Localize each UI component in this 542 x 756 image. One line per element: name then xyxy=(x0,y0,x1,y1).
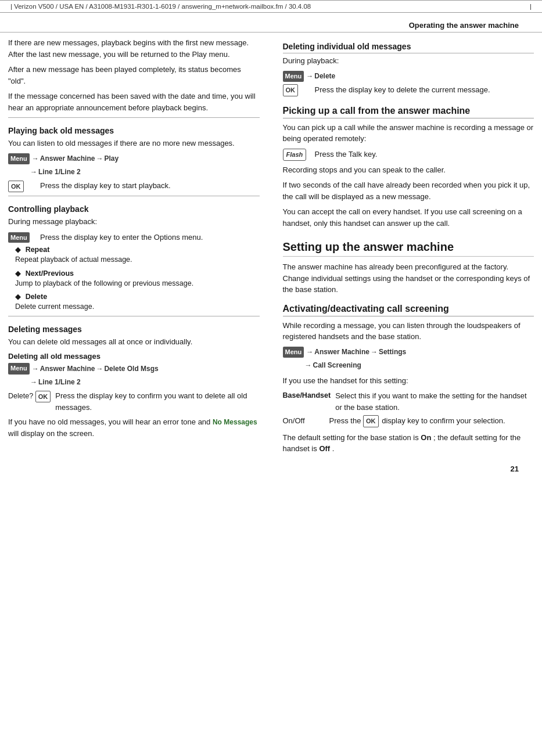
main-columns: If there are new messages, playback begi… xyxy=(0,37,542,459)
divider2 xyxy=(8,196,260,196)
bullet-delete-label: Delete xyxy=(26,293,48,301)
menu-line-act: Menu → Answer Machine → Settings xyxy=(283,347,534,358)
menu-line-act2: → Call Screening xyxy=(304,360,534,371)
answer-machine-label: Answer Machine xyxy=(40,153,95,164)
rhs-ok-desc: Press the display key to delete the curr… xyxy=(315,84,534,96)
rhs-ok-row: OK Press the display key to delete the c… xyxy=(283,84,534,96)
del-line-label: Line 1/Line 2 xyxy=(38,377,81,388)
act-call-label: Call Screening xyxy=(313,360,361,371)
menu-line-del2: → Line 1/Line 2 xyxy=(29,377,260,388)
bullet-repeat-label: Repeat xyxy=(26,246,50,254)
no-old-msg-para: If you have no old messages, you will he… xyxy=(8,416,260,439)
default-on-label: On xyxy=(421,433,431,442)
divider1 xyxy=(8,117,260,118)
rhs-del-menu-badge: Menu xyxy=(283,71,304,82)
page-wrapper: | Verizon V500 / USA EN / A31008-M1931-R… xyxy=(0,0,542,756)
delete-q-label: Delete? xyxy=(8,392,33,400)
setting-up-desc: The answer machine has already been prec… xyxy=(283,261,534,296)
del-answer-label: Answer Machine xyxy=(40,363,95,375)
picking-up-desc: You can pick up a call while the answer … xyxy=(283,122,534,145)
page-header: | Verizon V500 / USA EN / A31008-M1931-R… xyxy=(0,0,542,13)
bullet-next-label: Next/Previous xyxy=(26,269,74,278)
deleting-individual-heading: Deleting individual old messages xyxy=(283,42,534,53)
deleting-messages-heading: Deleting messages xyxy=(8,325,260,334)
activating-heading: Activating/deactivating call screening xyxy=(283,304,534,316)
act-answer-label: Answer Machine xyxy=(314,347,369,358)
menu-badge: Menu xyxy=(8,153,30,165)
base-handset-label: Base/Handset xyxy=(283,390,336,413)
default-para: The default setting for the base station… xyxy=(283,432,534,455)
no-messages-label: No Messages xyxy=(213,418,257,426)
setting-up-heading: Setting up the answer machine xyxy=(283,240,534,257)
on-off-label: On/Off xyxy=(283,415,329,427)
menu-line-play: Menu → Answer Machine → Play xyxy=(8,153,260,165)
left-column: If there are new messages, playback begi… xyxy=(8,37,263,459)
menu-badge-ctrl: Menu xyxy=(8,232,30,243)
bullet-next: ◆ Next/Previous xyxy=(15,269,260,278)
para3: If the message concerned has been saved … xyxy=(8,91,260,113)
playing-back-old-desc: You can listen to old messages if there … xyxy=(8,138,260,149)
del-delete-label: Delete Old Msgs xyxy=(104,363,158,375)
deleting-all-heading: Deleting all old messages xyxy=(8,352,260,361)
menu-line-play2: → Line 1/Line 2 xyxy=(29,167,260,178)
recording-stops-para: Recording stops and you can speak to the… xyxy=(283,164,534,176)
deleting-messages-desc: You can delete old messages all at once … xyxy=(8,336,260,348)
rhs-ok-badge: OK xyxy=(283,84,299,96)
controlling-heading: Controlling playback xyxy=(8,204,260,214)
act-menu-badge: Menu xyxy=(283,347,304,358)
ok-desc-play: Press the display key to start playback. xyxy=(40,180,260,192)
playing-back-old-heading: Playing back old messages xyxy=(8,126,260,135)
picking-up-heading: Picking up a call from the answer machin… xyxy=(283,106,534,118)
header-right: | xyxy=(530,3,532,10)
rhs-del-delete-label: Delete xyxy=(314,71,335,82)
bullet-delete-desc: Delete current message. xyxy=(15,302,260,312)
flash-desc: Press the Talk key. xyxy=(315,149,534,161)
menu-line-del: Menu → Answer Machine → Delete Old Msgs xyxy=(8,363,260,375)
play-label: Play xyxy=(104,153,119,164)
delete-ok-row: Delete? OK Press the display key to conf… xyxy=(8,390,260,413)
menu-desc-ctrl: Press the display key to enter the Optio… xyxy=(40,232,260,243)
para2: After a new message has been played comp… xyxy=(8,64,260,87)
controlling-desc: During message playback: xyxy=(8,216,260,228)
ok-row-play: OK Press the display key to start playba… xyxy=(8,180,260,192)
menu-line-del-ind: Menu → Delete xyxy=(283,71,534,82)
flash-badge: Flash xyxy=(283,149,307,161)
del-menu-badge: Menu xyxy=(8,363,30,375)
base-handset-row: Base/Handset Select this if you want to … xyxy=(283,390,534,413)
accept-call-para: You can accept the call on every handset… xyxy=(283,206,534,229)
default-off-label: Off xyxy=(319,444,330,453)
del-ok-desc: Press the display key to confirm you wan… xyxy=(55,390,259,413)
on-off-ok-badge: OK xyxy=(363,415,379,427)
activating-desc: While recording a message, you can liste… xyxy=(283,320,534,343)
if-use-handset-para: If you use the handset for this setting: xyxy=(283,375,534,387)
right-column: Deleting individual old messages During … xyxy=(280,37,534,459)
bullet-next-desc: Jump to playback of the following or pre… xyxy=(15,279,260,289)
on-off-row: On/Off Press the OK display key to confi… xyxy=(283,415,534,427)
flash-row: Flash Press the Talk key. xyxy=(283,149,534,161)
ok-badge-play: OK xyxy=(8,181,24,193)
during-playback: During playback: xyxy=(283,55,534,67)
header-left: | Verizon V500 / USA EN / A31008-M1931-R… xyxy=(10,3,311,10)
del-ok-badge: OK xyxy=(35,391,51,403)
page-number: 21 xyxy=(0,459,542,479)
section-right-header: Operating the answer machine xyxy=(0,19,542,33)
divider3 xyxy=(8,316,260,316)
bullet-repeat-desc: Repeat playback of actual message. xyxy=(15,255,260,265)
act-settings-label: Settings xyxy=(379,347,406,358)
bullet-delete: ◆ Delete xyxy=(15,292,260,301)
menu-row-controlling: Menu Press the display key to enter the … xyxy=(8,232,260,243)
base-handset-desc: Select this if you want to make the sett… xyxy=(335,390,534,413)
two-seconds-para: If two seconds of the call have already … xyxy=(283,179,534,202)
bullet-repeat: ◆ Repeat xyxy=(15,245,260,254)
on-off-desc: Press the xyxy=(329,416,361,425)
line-label: Line 1/Line 2 xyxy=(38,167,81,178)
para1: If there are new messages, playback begi… xyxy=(8,37,260,60)
on-off-desc2: display key to confirm your selection. xyxy=(382,416,505,425)
